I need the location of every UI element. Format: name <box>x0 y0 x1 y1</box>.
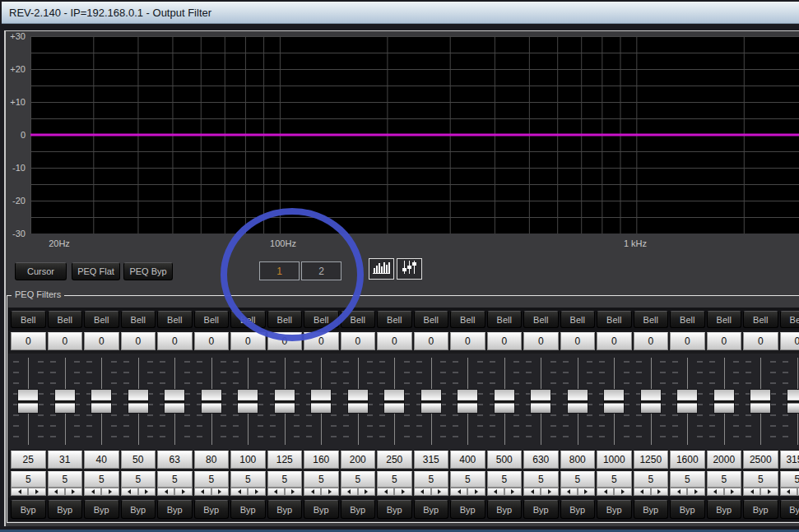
slider-handle[interactable] <box>567 389 588 414</box>
q-spinner[interactable] <box>377 488 412 496</box>
q-value-field[interactable]: 5 <box>304 471 339 488</box>
spinner-left-arrow[interactable] <box>230 488 248 496</box>
gain-slider[interactable] <box>157 354 193 448</box>
spinner-left-arrow[interactable] <box>670 488 687 496</box>
response-plot[interactable] <box>30 36 799 234</box>
gain-slider[interactable] <box>597 354 632 448</box>
spinner-right-arrow[interactable] <box>394 488 411 496</box>
filter-type-button[interactable]: Bell <box>670 311 705 328</box>
q-value-field[interactable]: 5 <box>84 471 119 488</box>
frequency-value-field[interactable]: 25 <box>11 451 46 469</box>
frequency-value-field[interactable]: 500 <box>487 451 523 469</box>
slider-handle[interactable] <box>201 389 222 414</box>
gain-slider[interactable] <box>121 354 156 448</box>
q-spinner[interactable] <box>230 488 266 496</box>
peq-byp-button[interactable]: PEQ Byp <box>123 262 173 280</box>
q-value-field[interactable]: 5 <box>743 471 778 488</box>
gain-value-field[interactable]: 0 <box>84 332 119 350</box>
slider-handle[interactable] <box>237 389 258 414</box>
q-spinner[interactable] <box>304 488 339 496</box>
faders-view-button[interactable] <box>397 258 422 280</box>
slider-handle[interactable] <box>420 389 442 414</box>
filter-type-button[interactable]: Bell <box>341 311 376 328</box>
q-spinner[interactable] <box>84 488 119 496</box>
q-spinner[interactable] <box>267 488 303 496</box>
bypass-button[interactable]: Byp <box>560 500 596 519</box>
spinner-right-arrow[interactable] <box>578 488 595 496</box>
gain-slider[interactable] <box>487 354 523 448</box>
gain-slider[interactable] <box>707 354 742 448</box>
filter-type-button[interactable]: Bell <box>267 311 303 328</box>
q-spinner[interactable] <box>560 488 596 496</box>
q-value-field[interactable]: 5 <box>560 471 596 488</box>
frequency-value-field[interactable]: 800 <box>560 451 596 469</box>
spinner-right-arrow[interactable] <box>467 488 485 496</box>
spinner-left-arrow[interactable] <box>523 488 541 496</box>
filter-type-button[interactable]: Bell <box>450 311 485 328</box>
frequency-value-field[interactable]: 160 <box>304 451 339 469</box>
frequency-value-field[interactable]: 31 <box>48 451 83 469</box>
q-spinner[interactable] <box>523 488 559 496</box>
spinner-right-arrow[interactable] <box>614 488 631 496</box>
window-titlebar[interactable]: REV-2.140 - IP=192.168.0.1 - Output Filt… <box>2 2 799 24</box>
spinner-left-arrow[interactable] <box>11 488 28 496</box>
gain-value-field[interactable]: 0 <box>670 332 705 350</box>
spinner-left-arrow[interactable] <box>157 488 174 496</box>
q-value-field[interactable]: 5 <box>11 471 46 488</box>
gain-slider[interactable] <box>523 354 559 448</box>
slider-handle[interactable] <box>274 389 295 414</box>
q-value-field[interactable]: 5 <box>487 471 523 488</box>
slider-handle[interactable] <box>787 389 799 414</box>
q-spinner[interactable] <box>194 488 230 496</box>
gain-value-field[interactable]: 0 <box>597 332 632 350</box>
frequency-value-field[interactable]: 40 <box>84 451 119 469</box>
bypass-button[interactable]: Byp <box>377 500 412 519</box>
frequency-value-field[interactable]: 400 <box>450 451 485 469</box>
q-value-field[interactable]: 5 <box>121 471 156 488</box>
filter-type-button[interactable]: Bell <box>523 311 559 328</box>
slider-handle[interactable] <box>676 389 698 414</box>
q-spinner[interactable] <box>634 488 669 496</box>
frequency-value-field[interactable]: 125 <box>267 451 303 469</box>
q-spinner[interactable] <box>743 488 778 496</box>
bypass-button[interactable]: Byp <box>743 500 778 519</box>
frequency-value-field[interactable]: 3150 <box>780 451 799 469</box>
slider-handle[interactable] <box>750 389 771 414</box>
gain-slider[interactable] <box>634 354 669 448</box>
gain-value-field[interactable]: 0 <box>194 332 230 350</box>
q-value-field[interactable]: 5 <box>414 471 449 488</box>
spinner-left-arrow[interactable] <box>194 488 211 496</box>
q-spinner[interactable] <box>121 488 156 496</box>
filter-type-button[interactable]: Bell <box>11 311 46 328</box>
gain-value-field[interactable]: 0 <box>780 332 799 350</box>
filter-type-button[interactable]: Bell <box>48 311 83 328</box>
spinner-left-arrow[interactable] <box>84 488 101 496</box>
bypass-button[interactable]: Byp <box>121 500 156 519</box>
filter-type-button[interactable]: Bell <box>707 311 742 328</box>
peq-flat-button[interactable]: PEQ Flat <box>72 262 120 280</box>
spinner-right-arrow[interactable] <box>760 488 778 496</box>
slider-handle[interactable] <box>17 389 39 414</box>
bypass-button[interactable]: Byp <box>230 500 266 519</box>
frequency-value-field[interactable]: 100 <box>230 451 266 469</box>
slider-handle[interactable] <box>383 389 405 414</box>
gain-value-field[interactable]: 0 <box>634 332 669 350</box>
bypass-button[interactable]: Byp <box>157 500 193 519</box>
bypass-button[interactable]: Byp <box>597 500 632 519</box>
q-spinner[interactable] <box>450 488 485 496</box>
frequency-value-field[interactable]: 2500 <box>743 451 778 469</box>
q-spinner[interactable] <box>487 488 523 496</box>
q-spinner[interactable] <box>157 488 193 496</box>
spinner-right-arrow[interactable] <box>285 488 302 496</box>
cursor-button[interactable]: Cursor <box>15 262 67 280</box>
bypass-button[interactable]: Byp <box>450 500 485 519</box>
gain-value-field[interactable]: 0 <box>487 332 523 350</box>
q-value-field[interactable]: 5 <box>230 471 266 488</box>
frequency-value-field[interactable]: 315 <box>414 451 449 469</box>
q-spinner[interactable] <box>780 488 799 496</box>
spinner-left-arrow[interactable] <box>560 488 578 496</box>
bypass-button[interactable]: Byp <box>523 500 559 519</box>
gain-value-field[interactable]: 0 <box>707 332 742 350</box>
spinner-right-arrow[interactable] <box>541 488 558 496</box>
frequency-value-field[interactable]: 80 <box>194 451 230 469</box>
